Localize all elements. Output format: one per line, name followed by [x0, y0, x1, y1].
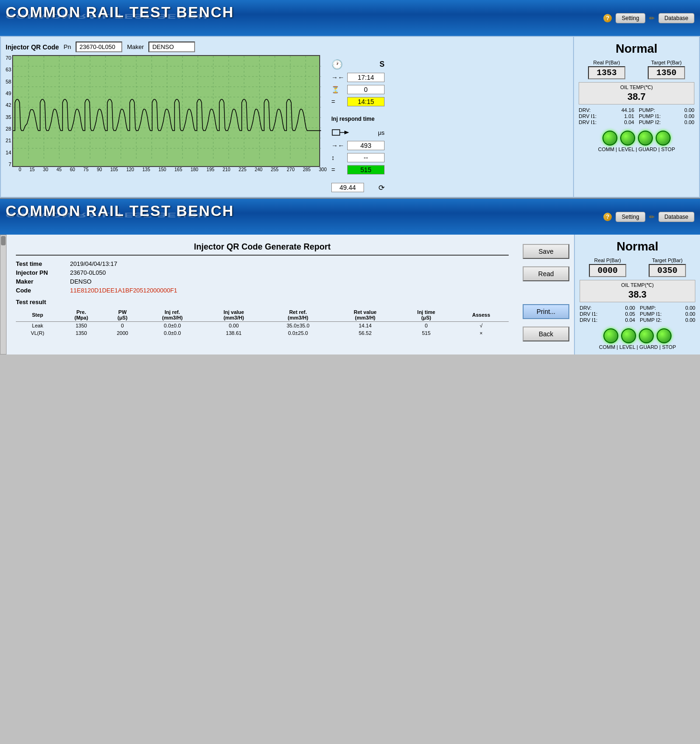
pump-i2-label-bottom: PUMP I2:: [640, 317, 662, 323]
hourglass-icon: ⏳: [331, 86, 339, 93]
drv-i2-value-bottom: 0.04: [625, 317, 635, 323]
inj-respond-label: Inj respond time: [331, 116, 385, 122]
drv-i1-value-bottom: 0.05: [625, 311, 635, 317]
pump-i1-item-2: PUMP I1: 0.00: [640, 311, 695, 317]
oil-temp-label-bottom: OIL TEMP(℃): [584, 282, 691, 288]
svg-marker-30: [344, 131, 349, 134]
respond-value-1: 493: [347, 141, 385, 150]
timer-value-1: 17:14: [347, 73, 385, 82]
pbar-row-bottom: Real P(Bar) 0000 Target P(Bar) 0350: [580, 257, 695, 277]
pump-i2-item-2: PUMP I2: 0.00: [640, 317, 695, 323]
inj-timing-icon: [331, 127, 350, 138]
chart-container: [12, 55, 320, 167]
respond-row-3: = 515: [331, 165, 385, 174]
respond-value-2: --: [347, 153, 385, 162]
bottom-main-panel: Injector QR Code Generate Report Test ti…: [0, 235, 700, 355]
target-p-label-bottom: Target P(Bar): [652, 257, 682, 263]
injector-pn-label: Injector PN: [16, 269, 63, 276]
clock-icon: 🕐: [331, 59, 343, 70]
save-button[interactable]: Save: [523, 244, 569, 259]
target-p-label-top: Target P(Bar): [651, 60, 681, 65]
timer-row-3: = 14:15: [331, 97, 385, 106]
th-pw: PW(μS): [103, 308, 141, 322]
drv-item-1: DRV: 44.16: [579, 107, 634, 113]
real-p-group-bottom: Real P(Bar) 0000: [580, 257, 636, 277]
scrollbar-track[interactable]: [0, 235, 7, 355]
th-ret-val: Ret value(mm3/H): [332, 308, 399, 322]
report-area: Injector QR Code Generate Report Test ti…: [7, 235, 518, 355]
back-button[interactable]: Back: [523, 327, 569, 341]
help-icon[interactable]: ?: [603, 14, 612, 22]
th-ret-ref: Ret ref.(mm3/H): [265, 308, 332, 322]
th-pre: Pre.(Mpa): [59, 308, 103, 322]
scrollbar-thumb[interactable]: [1, 236, 6, 245]
respond-row-1: →← 493: [331, 141, 385, 150]
pump-i1-label-top: PUMP I1:: [639, 113, 661, 119]
drv-value-top: 44.16: [621, 107, 634, 113]
pn-value: 23670-0L050: [76, 42, 122, 52]
print-button[interactable]: Print...: [523, 304, 569, 319]
waveform-chart: [13, 56, 321, 159]
pencil-icon-bottom: ✏: [649, 213, 655, 221]
setting-button[interactable]: Setting: [616, 13, 645, 23]
equals-icon-2: =: [331, 166, 335, 174]
respond-value-3: 515: [347, 165, 385, 174]
arrow-icon-2: →←: [331, 142, 344, 149]
database-button[interactable]: Database: [658, 13, 694, 23]
code-row: Code 11E8120D1DEE1A1BF20512000000F1: [16, 287, 509, 294]
drv-grid-bottom: DRV: 0.00 PUMP: 0.00 DRV I1: 0.05 PUMP I…: [580, 305, 695, 323]
target-p-value-top: 1350: [648, 66, 685, 79]
chart-x-labels: 0 15 30 45 60 75 90 105 120 135 150 165 …: [19, 167, 327, 172]
timer-row-1: →← 17:14: [331, 73, 385, 82]
pump-label-bottom: PUMP:: [640, 305, 656, 311]
oil-temp-value-bottom: 38.3: [584, 289, 691, 300]
test-time-value: 2019/04/04/13:17: [70, 260, 117, 267]
drv-i2-value-top: 0.04: [624, 119, 634, 125]
header-buttons-bottom: ? Setting ✏ Database: [603, 212, 694, 222]
pump-i1-value-top: 0.00: [685, 113, 694, 119]
setting-button-bottom[interactable]: Setting: [616, 212, 645, 222]
equals-icon: =: [331, 98, 335, 105]
injector-qr-label: Injector QR Code: [6, 43, 59, 51]
result-table: Step Pre.(Mpa) PW(μS) Inj ref.(mm3/H) In…: [16, 308, 509, 337]
status-labels-top: COMM | LEVEL | GUARD | STOP: [598, 146, 675, 152]
real-p-label-top: Real P(Bar): [593, 60, 620, 65]
test-time-label: Test time: [16, 260, 63, 267]
bottom-left-area: Injector QR Code Generate Report Test ti…: [0, 235, 574, 355]
th-inj-ref: Inj ref.(mm3/H): [142, 308, 203, 322]
help-icon-bottom[interactable]: ?: [603, 213, 612, 221]
drv-label-top: DRV:: [579, 107, 591, 113]
chart-y-labels: 70 63 58 49 42 35 28 21 14 7: [6, 55, 11, 167]
pump-i1-item-1: PUMP I1: 0.00: [639, 113, 694, 119]
app-header-top: COMMON RAIL TEST BENCH COMMON RAIL TEST …: [0, 0, 700, 36]
injector-pn-value: 23670-0L050: [70, 269, 106, 276]
unit-us: μs: [378, 129, 385, 136]
drv-i2-label-top: DRV I1:: [579, 119, 596, 125]
drv-grid-top: DRV: 44.16 PUMP: 0.00 DRV I1: 1.01 PUMP …: [579, 107, 694, 125]
right-sidebar-bottom: Normal Real P(Bar) 0000 Target P(Bar) 03…: [574, 235, 700, 355]
database-button-bottom[interactable]: Database: [658, 212, 694, 222]
timer-row-2: ⏳ 0: [331, 85, 385, 94]
pn-label: Pn: [63, 43, 71, 50]
test-result-label: Test result: [16, 299, 509, 306]
oil-temp-value-top: 38.7: [583, 91, 690, 102]
pump-i2-value-bottom: 0.00: [686, 317, 695, 323]
target-p-value-bottom: 0350: [649, 264, 686, 277]
pump-value-top: 0.00: [685, 107, 694, 113]
report-title: Injector QR Code Generate Report: [16, 242, 509, 256]
status-lights-bottom: [603, 328, 672, 343]
header-buttons: ? Setting ✏ Database: [603, 13, 694, 23]
stop-light-bottom: [657, 328, 672, 343]
read-button[interactable]: Read: [523, 266, 569, 281]
real-p-value-top: 1353: [588, 66, 625, 79]
drv-i1-item-1: DRV I1: 1.01: [579, 113, 634, 119]
code-label: Code: [16, 287, 63, 294]
injector-pn-row: Injector PN 23670-0L050: [16, 269, 509, 276]
app-header-bottom: COMMON RAIL TEST BENCH COMMON RAIL TEST …: [0, 199, 700, 235]
timer-value-2: 0: [347, 85, 385, 94]
svg-rect-28: [332, 130, 340, 135]
guard-light-top: [638, 131, 653, 146]
maker-value-top: DENSO: [148, 42, 195, 52]
drv-value-bottom: 0.00: [625, 305, 635, 311]
code-value: 11E8120D1DEE1A1BF20512000000F1: [70, 287, 177, 294]
